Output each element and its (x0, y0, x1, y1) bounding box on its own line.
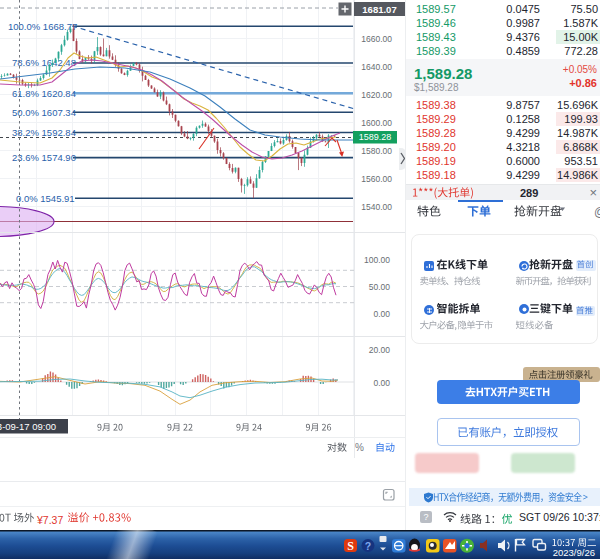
svg-text:61.8% 1620.84: 61.8% 1620.84 (12, 88, 76, 99)
svg-text:78.6% 1642.48: 78.6% 1642.48 (12, 57, 76, 68)
svg-text:?: ? (365, 540, 371, 552)
svg-text:1560.00: 1560.00 (361, 174, 392, 184)
svg-text:S: S (347, 539, 354, 553)
svg-text:2023/9/26: 2023/9/26 (553, 547, 595, 558)
svg-text:1660.00: 1660.00 (361, 34, 392, 44)
svg-text:1620.00: 1620.00 (361, 90, 392, 100)
svg-text:50.0% 1607.34: 50.0% 1607.34 (12, 107, 76, 118)
svg-text:1589.28: 1589.28 (359, 132, 392, 142)
svg-text:23.6% 1574.90: 23.6% 1574.90 (12, 152, 76, 163)
svg-text:1600.00: 1600.00 (361, 118, 392, 128)
svg-text:100.00: 100.00 (364, 255, 390, 265)
svg-text:1540.00: 1540.00 (361, 202, 392, 212)
svg-text:1640.00: 1640.00 (361, 62, 392, 72)
svg-text:0.00: 0.00 (373, 378, 390, 388)
svg-text:0.00: 0.00 (373, 309, 390, 319)
svg-text:%: % (355, 442, 364, 453)
svg-text:20.00: 20.00 (369, 345, 391, 355)
svg-text:1681.07: 1681.07 (362, 4, 396, 15)
svg-text:2023-09-17 09:00: 2023-09-17 09:00 (0, 421, 56, 432)
svg-text:100.0% 1668.77: 100.0% 1668.77 (8, 21, 77, 32)
svg-text:38.2% 1592.84: 38.2% 1592.84 (12, 127, 76, 138)
svg-text:50.00: 50.00 (369, 282, 391, 292)
svg-text:1580.00: 1580.00 (361, 146, 392, 156)
svg-text:0.0% 1545.91: 0.0% 1545.91 (16, 193, 75, 204)
